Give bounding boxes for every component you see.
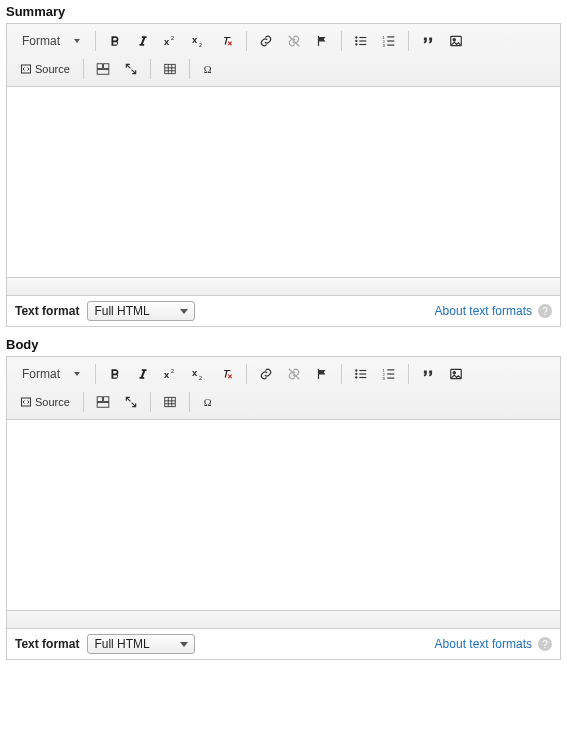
svg-text:x: x [192,368,198,378]
body-content-area[interactable] [7,420,560,610]
table-button[interactable] [157,57,183,81]
toolbar-separator [150,59,151,79]
svg-text:2: 2 [171,368,174,374]
svg-rect-14 [387,40,394,41]
image-button[interactable] [443,29,469,53]
svg-rect-50 [103,397,108,402]
source-icon [20,396,32,408]
show-blocks-button[interactable] [90,390,116,414]
maximize-button[interactable] [118,57,144,81]
special-char-button[interactable]: Ω [196,57,222,81]
remove-format-button[interactable] [214,362,240,386]
svg-rect-12 [387,36,394,37]
toolbar-separator [83,392,84,412]
special-char-button[interactable]: Ω [196,390,222,414]
body-resize-handle[interactable] [7,610,560,628]
anchor-button[interactable] [309,362,335,386]
blockquote-icon [421,367,435,381]
source-button[interactable]: Source [13,57,77,81]
table-icon [163,395,177,409]
blockquote-button[interactable] [415,362,441,386]
svg-rect-39 [359,377,366,378]
flag-icon [315,367,329,381]
subscript-button[interactable]: x2 [186,362,212,386]
svg-rect-35 [359,370,366,371]
blockquote-button[interactable] [415,29,441,53]
source-button[interactable]: Source [13,390,77,414]
body-field: Body Format x2 x2 [0,333,567,660]
text-format-select[interactable]: Full HTML [87,634,195,654]
summary-editor: Format x2 x2 [6,23,561,296]
text-format-select[interactable]: Full HTML [87,301,195,321]
link-button[interactable] [253,29,279,53]
unlink-icon [287,367,301,381]
text-format-label: Text format [15,304,79,318]
italic-icon [136,367,150,381]
svg-rect-43 [387,373,394,374]
remove-format-button[interactable] [214,29,240,53]
summary-field: Summary Format x2 x2 [0,0,567,327]
omega-icon: Ω [202,62,216,76]
superscript-icon: x2 [163,34,179,48]
flag-icon [315,34,329,48]
bold-button[interactable] [102,29,128,53]
summary-format-bar: Text format Full HTML About text formats… [6,295,561,327]
numbered-list-button[interactable]: 123 [376,29,402,53]
format-dropdown-label: Format [22,367,60,381]
toolbar-separator [95,364,96,384]
subscript-button[interactable]: x2 [186,29,212,53]
toolbar-separator [189,392,190,412]
toolbar-separator [408,364,409,384]
svg-rect-51 [97,403,109,408]
toolbar-separator [95,31,96,51]
format-dropdown[interactable]: Format [13,29,89,53]
svg-text:2: 2 [199,375,202,381]
svg-rect-6 [359,37,366,38]
image-icon [449,367,463,381]
link-icon [259,34,273,48]
toolbar-separator [341,31,342,51]
svg-rect-23 [165,64,176,73]
format-dropdown[interactable]: Format [13,362,89,386]
unlink-button[interactable] [281,362,307,386]
svg-rect-22 [97,70,109,75]
svg-text:Ω: Ω [204,64,212,75]
svg-text:x: x [164,37,170,47]
help-icon[interactable]: ? [538,304,552,318]
image-button[interactable] [443,362,469,386]
bullet-list-icon [354,34,368,48]
text-format-selected: Full HTML [94,304,149,318]
numbered-list-button[interactable]: 123 [376,362,402,386]
chevron-down-icon [180,642,188,647]
body-editor: Format x2 x2 [6,356,561,629]
about-text-formats-link[interactable]: About text formats [435,304,532,318]
svg-text:3: 3 [383,376,386,381]
table-button[interactable] [157,390,183,414]
bullet-list-button[interactable] [348,362,374,386]
summary-content-area[interactable] [7,87,560,277]
anchor-button[interactable] [309,29,335,53]
italic-icon [136,34,150,48]
maximize-button[interactable] [118,390,144,414]
image-icon [449,34,463,48]
bold-button[interactable] [102,362,128,386]
maximize-icon [124,62,138,76]
svg-point-34 [355,369,357,371]
svg-point-47 [453,372,455,374]
italic-button[interactable] [130,362,156,386]
about-text-formats-link[interactable]: About text formats [435,637,532,651]
help-icon[interactable]: ? [538,637,552,651]
svg-rect-41 [387,369,394,370]
blockquote-icon [421,34,435,48]
italic-button[interactable] [130,29,156,53]
show-blocks-button[interactable] [90,57,116,81]
bullet-list-button[interactable] [348,29,374,53]
bold-icon [108,34,122,48]
source-label: Source [35,63,70,75]
unlink-button[interactable] [281,29,307,53]
summary-resize-handle[interactable] [7,277,560,295]
link-button[interactable] [253,362,279,386]
superscript-button[interactable]: x2 [158,29,184,53]
superscript-button[interactable]: x2 [158,362,184,386]
svg-text:3: 3 [383,43,386,48]
